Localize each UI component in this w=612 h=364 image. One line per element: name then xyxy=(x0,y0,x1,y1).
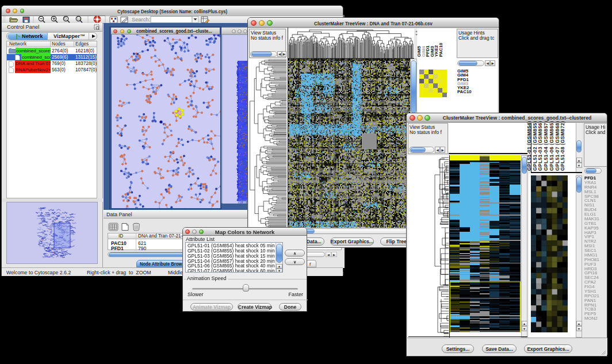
svg-text:1:1: 1:1 xyxy=(77,18,81,21)
svg-text:Search:: Search: xyxy=(132,17,150,22)
